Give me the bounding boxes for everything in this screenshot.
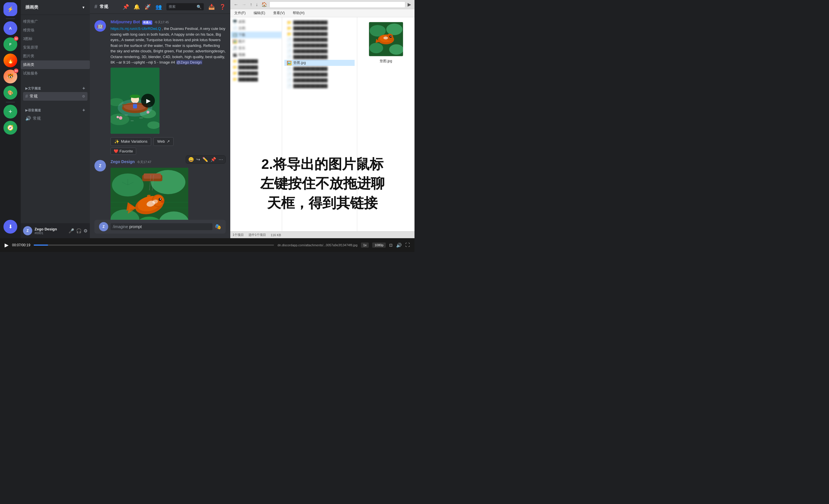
- input-inner[interactable]: /imagine prompt: [111, 223, 212, 230]
- download-app-button[interactable]: ⬇: [3, 220, 17, 234]
- file-name-6: ██████████████: [293, 49, 328, 53]
- headphone-icon[interactable]: 🎧: [76, 228, 82, 234]
- sidebar-item-illustrations[interactable]: 插画类: [21, 61, 90, 69]
- edit-icon[interactable]: ✏️: [202, 157, 208, 162]
- settings-icon[interactable]: ⚙: [82, 94, 85, 99]
- voice-channel-category[interactable]: ▶ 语音频道 +: [23, 107, 87, 114]
- message-input[interactable]: [143, 224, 210, 229]
- tree-item-videos[interactable]: 🎬 视频: [230, 51, 282, 58]
- settings-icon[interactable]: ⚙: [83, 228, 87, 234]
- explore-servers-button[interactable]: 🧭: [3, 121, 17, 134]
- nav-up-button[interactable]: ↑: [249, 1, 253, 8]
- server-name: 插画类: [25, 5, 38, 10]
- sidebar-item-images[interactable]: 图片类: [21, 52, 90, 61]
- rocket-icon[interactable]: 🚀: [144, 4, 151, 10]
- sidebar-item-3icon[interactable]: 3图标: [21, 35, 90, 43]
- fullscreen-icon[interactable]: ⛶: [405, 242, 410, 248]
- file-list-item-10[interactable]: 📄 ██████████████: [284, 72, 355, 77]
- nav-forward-button[interactable]: →: [241, 1, 248, 8]
- toolbar-help[interactable]: 帮助(H): [291, 10, 306, 16]
- server-icon-home[interactable]: ⚡: [3, 2, 17, 16]
- server-icon-4[interactable]: 🐯 23: [3, 70, 17, 83]
- members-icon[interactable]: 👥: [155, 4, 162, 10]
- nav-refresh-button[interactable]: ↓: [254, 1, 259, 8]
- tree-item-desktop[interactable]: 🖥️ 桌面: [230, 18, 282, 25]
- messages-container[interactable]: 🤖 Midjourney Bot 机器人 今天17:45 https://s.m…: [90, 14, 230, 220]
- volume-icon[interactable]: 🔊: [396, 242, 402, 248]
- file-list-item-7[interactable]: 📄 ██████████████: [284, 54, 355, 60]
- message-link[interactable]: https://s.mj.run/cS-UbrRDwLQ: [111, 27, 161, 31]
- add-voice-channel-icon[interactable]: +: [82, 108, 85, 113]
- video-progress-bar[interactable]: [34, 244, 274, 246]
- file-list-item-12[interactable]: 📄 ██████████████: [284, 83, 355, 89]
- server-header[interactable]: 插画类 ▼: [21, 0, 90, 15]
- toolbar-edit[interactable]: 编辑(E): [252, 10, 267, 16]
- tree-item-extra1[interactable]: 📁 ████████: [230, 58, 282, 64]
- forward-icon[interactable]: ↪: [196, 157, 200, 162]
- channel-item-changgui[interactable]: # 常规 ⚙: [23, 92, 87, 101]
- midjourney-time: 今天17:45: [154, 20, 169, 25]
- web-button[interactable]: Web ↗: [153, 137, 174, 146]
- gif-icon[interactable]: 🎭: [215, 224, 221, 230]
- input-area: Z /imagine prompt 🎭: [90, 220, 230, 238]
- server-3-img: 🔥: [3, 53, 17, 67]
- sidebar-server-list: 维营推广 维营场 3图标 安装原理 图片类 插画类 试验服务: [21, 15, 90, 80]
- file-list-item-4[interactable]: 📄 ██████████████: [284, 37, 355, 43]
- file-list-item-11[interactable]: 📄 ██████████████: [284, 77, 355, 83]
- pip-icon[interactable]: ⊡: [389, 243, 393, 247]
- file-list-item-9[interactable]: 📄 ██████████████: [284, 66, 355, 72]
- tree-item-pictures[interactable]: 🖼️ 图片: [230, 38, 282, 45]
- server-icon-2[interactable]: P 12: [3, 37, 17, 51]
- file-list-item-6[interactable]: 📄 ██████████████: [284, 48, 355, 54]
- text-channel-category[interactable]: ▶ 文字频道 +: [23, 85, 87, 92]
- channel-item-voice-changgui[interactable]: 🔊 常规: [23, 114, 87, 123]
- tree-item-docs[interactable]: 📄 文档: [230, 25, 282, 32]
- file-list-item-5[interactable]: 📄 ██████████████: [284, 43, 355, 48]
- make-variations-button[interactable]: ✨ Make Variations: [111, 137, 151, 146]
- sidebar-item-weiyintuiguang[interactable]: 维营推广: [21, 17, 90, 26]
- tree-item-music[interactable]: 🎵 音乐: [230, 45, 282, 51]
- sidebar-item-weiyinchang[interactable]: 维营场: [21, 26, 90, 35]
- add-server-button[interactable]: +: [3, 105, 17, 119]
- sidebar-item-install[interactable]: 安装原理: [21, 43, 90, 52]
- mention-zegodesign[interactable]: @Zego Design: [176, 60, 202, 65]
- nav-home-button[interactable]: 🏠: [260, 1, 268, 8]
- bell-icon[interactable]: 🔔: [134, 4, 140, 10]
- help-icon[interactable]: ❓: [219, 4, 226, 10]
- file-name-1: ██████████████: [293, 21, 328, 25]
- favorite-button[interactable]: ❤️ Favorite: [111, 148, 136, 155]
- file-list-item-3[interactable]: 📁 ██████████████: [284, 31, 355, 37]
- search-box[interactable]: 搜索 🔍: [167, 3, 204, 10]
- svg-point-53: [390, 36, 391, 37]
- file-list-item-diantu[interactable]: 🖼️ 垫图.jpg: [284, 60, 355, 66]
- inbox-icon[interactable]: 📥: [208, 4, 215, 10]
- toolbar-file[interactable]: 文件(F): [232, 10, 247, 16]
- tree-item-extra3[interactable]: 📁 ████████: [230, 70, 282, 76]
- play-button[interactable]: ▶: [141, 94, 155, 108]
- more-icon[interactable]: ⋯: [218, 157, 223, 162]
- video-play-button[interactable]: ▶: [5, 242, 9, 248]
- nav-back-button[interactable]: ←: [232, 1, 240, 8]
- video-quality-button[interactable]: 1080p: [372, 242, 386, 248]
- toolbar-view[interactable]: 查看(V): [272, 10, 286, 16]
- file-icon-9: 📄: [287, 67, 292, 71]
- tree-item-downloads[interactable]: ⬇️ 下载: [230, 32, 282, 38]
- server-icon-3[interactable]: 🔥: [3, 53, 17, 67]
- add-channel-icon[interactable]: +: [82, 86, 85, 91]
- nav-go-button[interactable]: ▶: [406, 1, 412, 8]
- emoji-add-icon[interactable]: 😀: [188, 157, 194, 162]
- sidebar-item-testservice[interactable]: 试验服务: [21, 69, 90, 78]
- mic-icon[interactable]: 🎤: [69, 228, 74, 234]
- file-list-item-1[interactable]: 📁 ██████████████: [284, 20, 355, 25]
- message-midjourney: 🤖 Midjourney Bot 机器人 今天17:45 https://s.m…: [90, 18, 230, 156]
- server-icon-1[interactable]: A: [3, 21, 17, 35]
- file-list-item-2[interactable]: 📁 ██████████████: [284, 25, 355, 31]
- music-icon: 🎵: [232, 46, 237, 50]
- pin-reaction-icon[interactable]: 📌: [210, 157, 216, 162]
- server-icon-5[interactable]: 🎨: [3, 86, 17, 100]
- pin-icon[interactable]: 📌: [122, 4, 129, 10]
- tree-item-extra2[interactable]: 📁 ████████: [230, 64, 282, 70]
- video-speed-button[interactable]: 1x: [361, 242, 369, 248]
- tree-item-extra4[interactable]: 📁 ████████: [230, 76, 282, 82]
- address-bar[interactable]: [269, 1, 405, 8]
